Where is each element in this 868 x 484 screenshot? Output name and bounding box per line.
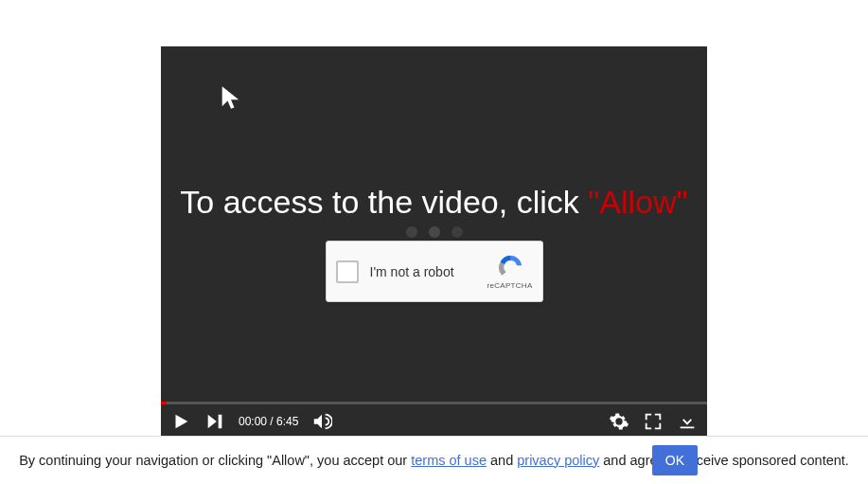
privacy-link[interactable]: privacy policy (517, 453, 599, 468)
consent-text: By continuing your navigation or clickin… (19, 452, 849, 470)
consent-mid: and (487, 453, 517, 468)
consent-part1: By continuing your navigation or clickin… (19, 453, 411, 468)
recaptcha-logo-icon (497, 254, 523, 280)
consent-part2: and agree to receive sponsored content. (599, 453, 849, 468)
consent-bar: By continuing your navigation or clickin… (0, 436, 868, 484)
play-icon[interactable] (170, 411, 191, 432)
recaptcha-label: I'm not a robot (370, 264, 487, 279)
recaptcha-widget: I'm not a robot reCAPTCHA (326, 241, 543, 302)
access-message-prefix: To access to the video, click (180, 184, 588, 220)
recaptcha-badge: reCAPTCHA (487, 254, 533, 290)
ok-button[interactable]: OK (652, 445, 698, 475)
recaptcha-brand: reCAPTCHA (487, 281, 533, 290)
recaptcha-checkbox[interactable] (336, 260, 359, 283)
terms-link[interactable]: terms of use (411, 453, 487, 468)
loading-indicator (406, 226, 463, 238)
access-message: To access to the video, click "Allow" (161, 184, 707, 221)
cursor-icon (218, 84, 244, 111)
access-message-allow: "Allow" (588, 184, 687, 220)
next-icon[interactable] (204, 411, 225, 432)
video-player: To access to the video, click "Allow" I'… (161, 46, 707, 438)
fullscreen-icon[interactable] (643, 411, 664, 432)
time-display: 00:00 / 6:45 (239, 415, 298, 428)
video-controls: 00:00 / 6:45 (161, 404, 707, 438)
volume-icon[interactable] (311, 411, 332, 432)
settings-icon[interactable] (609, 411, 629, 432)
download-icon[interactable] (677, 411, 698, 432)
